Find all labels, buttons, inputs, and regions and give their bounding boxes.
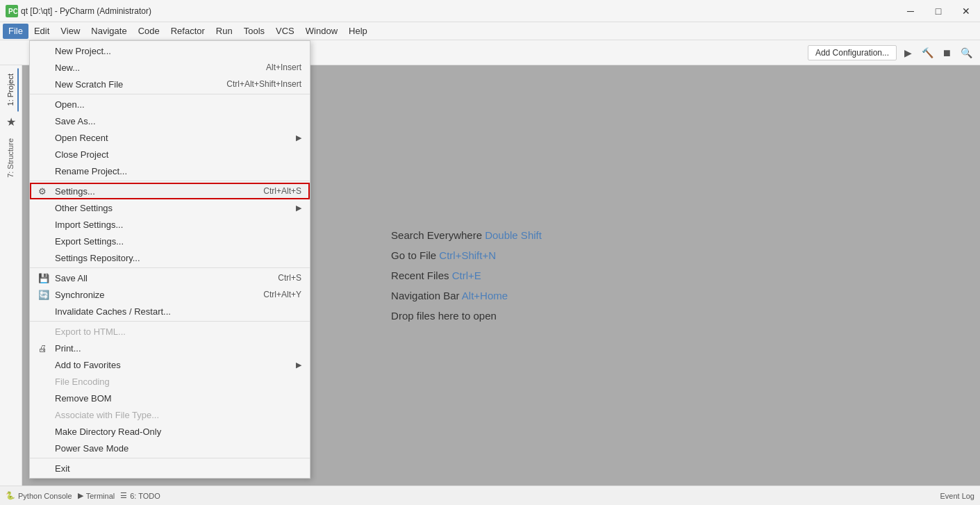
hint-nav-label: Navigation Bar [391,290,462,301]
svg-text:PC: PC [8,8,17,15]
menu-run[interactable]: Run [210,24,238,39]
menu-item-new[interactable]: New... Alt+Insert [30,59,310,76]
hint-drop-files: Drop files here to open [391,310,542,322]
title-bar-left: PC qt [D:\qt] - PyCharm (Administrator) [6,5,151,17]
left-sidebar: 1: Project ★ 7: Structure [0,65,22,486]
divider-2 [30,181,310,181]
menu-help[interactable]: Help [343,24,373,39]
hint-search-label: Search Everywhere [391,229,485,241]
menu-item-invalidate-caches[interactable]: Invalidate Caches / Restart... [30,303,310,320]
menu-item-associate-file-type: Associate with File Type... [30,406,310,423]
menu-item-export-html: Export to HTML... [30,323,310,340]
divider-1 [30,94,310,94]
hint-drop-label: Drop files here to open [391,310,497,322]
menu-view[interactable]: View [55,24,85,39]
print-icon: 🖨 [38,343,47,354]
menu-item-open-recent[interactable]: Open Recent ▶ [30,129,310,146]
status-event-log[interactable]: Event Log [940,492,974,500]
menu-edit[interactable]: Edit [28,24,55,39]
build-button[interactable]: 🔨 [919,44,936,61]
close-button[interactable]: ✕ [952,0,980,22]
menu-item-add-to-favorites[interactable]: Add to Favorites ▶ [30,356,310,373]
menu-navigate[interactable]: Navigate [85,24,132,39]
menu-item-synchronize[interactable]: 🔄 Synchronize Ctrl+Alt+Y [30,286,310,303]
add-configuration-button[interactable]: Add Configuration... [808,45,897,60]
minimize-button[interactable]: ─ [897,0,924,22]
window-title: qt [D:\qt] - PyCharm (Administrator) [21,6,151,16]
status-bar: 🐍 Python Console ▶ Terminal ☰ 6: TODO Ev… [0,486,980,505]
status-python-console[interactable]: 🐍 Python Console [6,491,72,500]
menu-file[interactable]: File [3,24,28,39]
menu-item-settings-repo[interactable]: Settings Repository... [30,249,310,266]
title-bar-controls: ─ □ ✕ [897,0,980,22]
menu-item-close-project[interactable]: Close Project [30,146,310,163]
hint-search-key: Double Shift [485,229,542,241]
menu-item-import-settings[interactable]: Import Settings... [30,216,310,233]
hint-recent-files: Recent Files Ctrl+E [391,270,542,281]
menu-code[interactable]: Code [133,24,165,39]
terminal-icon: ▶ [78,491,83,500]
stop-button[interactable]: ⏹ [938,44,955,61]
divider-4 [30,321,310,322]
menu-item-new-scratch[interactable]: New Scratch File Ctrl+Alt+Shift+Insert [30,76,310,92]
menu-refactor[interactable]: Refactor [165,24,210,39]
menu-item-save-all[interactable]: 💾 Save All Ctrl+S [30,270,310,286]
hint-navigation-bar: Navigation Bar Alt+Home [391,290,542,301]
hint-search-everywhere: Search Everywhere Double Shift [391,229,542,241]
menu-item-exit[interactable]: Exit [30,460,310,477]
sidebar-tab-project[interactable]: 1: Project [3,68,19,111]
menu-item-save-as[interactable]: Save As... [30,113,310,129]
menu-item-other-settings[interactable]: Other Settings ▶ [30,199,310,216]
welcome-hints: Search Everywhere Double Shift Go to Fil… [391,221,542,330]
hint-nav-key: Alt+Home [462,290,508,301]
divider-5 [30,458,310,458]
menu-item-make-dir-readonly[interactable]: Make Directory Read-Only [30,423,310,440]
hint-recent-label: Recent Files [391,270,452,281]
sidebar-tab-favorites[interactable]: ★ [3,113,19,131]
menu-bar: File Edit View Navigate Code Refactor Ru… [0,22,980,40]
todo-icon: ☰ [120,491,127,500]
status-terminal[interactable]: ▶ Terminal [78,491,115,500]
app-icon: PC [6,5,18,17]
status-todo[interactable]: ☰ 6: TODO [120,491,160,500]
menu-item-rename-project[interactable]: Rename Project... [30,163,310,179]
hint-goto-key: Ctrl+Shift+N [439,249,496,261]
save-icon: 💾 [38,273,49,283]
menu-item-remove-bom[interactable]: Remove BOM [30,390,310,406]
menu-item-open[interactable]: Open... [30,96,310,113]
title-bar: PC qt [D:\qt] - PyCharm (Administrator) … [0,0,980,22]
menu-item-settings[interactable]: ⚙ Settings... Ctrl+Alt+S [30,183,310,199]
settings-icon: ⚙ [38,186,47,197]
file-dropdown-menu: New Project... New... Alt+Insert New Scr… [29,40,310,479]
hint-recent-key: Ctrl+E [452,270,481,281]
hint-go-to-file: Go to File Ctrl+Shift+N [391,249,542,261]
hint-goto-label: Go to File [391,249,439,261]
sync-icon: 🔄 [38,290,49,300]
menu-item-power-save[interactable]: Power Save Mode [30,440,310,456]
menu-item-export-settings[interactable]: Export Settings... [30,233,310,249]
menu-item-print[interactable]: 🖨 Print... [30,340,310,356]
menu-tools[interactable]: Tools [238,24,270,39]
menu-item-new-project[interactable]: New Project... [30,42,310,59]
divider-3 [30,267,310,268]
run-button[interactable]: ▶ [899,44,916,61]
search-everywhere-button[interactable]: 🔍 [958,44,974,61]
python-console-icon: 🐍 [6,491,15,500]
menu-item-file-encoding: File Encoding [30,373,310,390]
menu-window[interactable]: Window [300,24,343,39]
maximize-button[interactable]: □ [924,0,952,22]
sidebar-tab-structure[interactable]: 7: Structure [3,133,19,183]
menu-vcs[interactable]: VCS [270,24,300,39]
